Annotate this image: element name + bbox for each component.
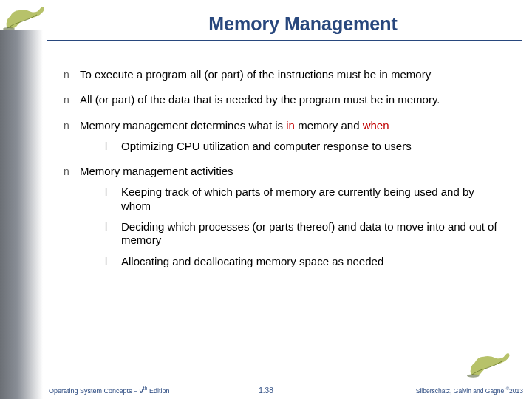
text-fragment: 2013 [509,387,523,395]
bullet-text: Optimizing CPU utilization and computer … [121,140,505,153]
bullet-marker: n [64,119,80,154]
bullet-marker: l [105,255,121,268]
footer-right: Silberschatz, Galvin and Gagne ©2013 [416,386,523,395]
bullet-text: All (or part) of the data that is needed… [80,93,505,106]
header: Memory Management [0,0,532,44]
svg-point-1 [467,375,480,378]
content-area: n To execute a program all (or part) of … [64,68,505,280]
bullet-level2: l Keeping track of which parts of memory… [105,185,505,213]
text-fragment: Memory management activities [80,165,233,177]
sidebar-gradient [0,30,43,399]
bullet-text: Memory management determines what is in … [80,119,505,154]
highlight-text: when [363,119,389,132]
bullet-marker: l [105,185,121,213]
bullet-text: To execute a program all (or part) of th… [80,68,505,81]
bullet-level1: n To execute a program all (or part) of … [64,68,505,81]
text-fragment: memory and [295,119,363,132]
bullet-level1: n Memory management activities l Keeping… [64,165,505,268]
bullet-marker: n [64,93,80,106]
bullet-text: Allocating and deallocating memory space… [121,255,505,268]
bullet-marker: n [64,68,80,81]
slide-title: Memory Management [89,13,517,35]
bullet-text: Deciding which processes (or parts there… [121,220,505,248]
footer: Operating System Concepts – 9th Edition … [0,381,532,395]
dinosaur-icon [467,347,513,378]
dinosaur-icon [3,1,47,31]
bullet-level1: n All (or part) of the data that is need… [64,93,505,106]
bullet-marker: l [105,220,121,248]
svg-point-0 [3,27,15,30]
bullet-marker: n [64,165,80,268]
bullet-text: Memory management activities l Keeping t… [80,165,505,268]
text-fragment: Memory management determines what is [80,119,286,132]
title-underline [47,40,522,41]
text-fragment: Silberschatz, Galvin and Gagne [416,387,506,395]
highlight-text: in [286,119,295,132]
bullet-level2: l Allocating and deallocating memory spa… [105,255,505,268]
bullet-level1: n Memory management determines what is i… [64,119,505,154]
slide: Memory Management n To execute a program… [0,0,532,399]
bullet-level2: l Deciding which processes (or parts the… [105,220,505,248]
bullet-marker: l [105,140,121,153]
bullet-level2: l Optimizing CPU utilization and compute… [105,140,505,153]
bullet-text: Keeping track of which parts of memory a… [121,185,505,213]
